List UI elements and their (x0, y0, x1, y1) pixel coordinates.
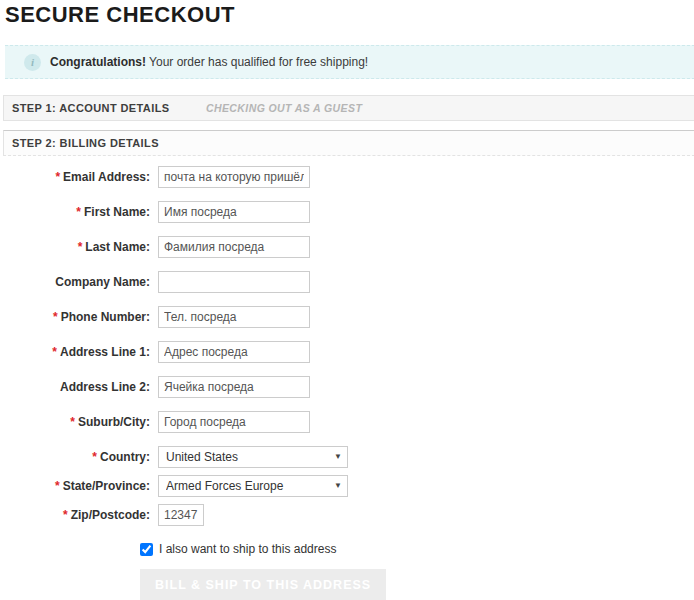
last-name-label: *Last Name: (0, 240, 158, 254)
zip-postcode-row: *Zip/Postcode: (0, 504, 694, 526)
first-name-row: *First Name: (0, 201, 694, 223)
country-label: *Country: (0, 450, 158, 464)
required-asterisk: * (55, 170, 63, 184)
country-select-wrap: United States ▼ (158, 446, 348, 468)
ship-to-address-row: I also want to ship to this address (140, 542, 694, 556)
email-address-input[interactable] (158, 166, 310, 188)
state-province-row: *State/Province: Armed Forces Europe ▼ (0, 475, 694, 497)
phone-number-row: *Phone Number: (0, 306, 694, 328)
email-address-row: *Email Address: (0, 166, 694, 188)
address-line-2-row: Address Line 2: (0, 376, 694, 398)
address-line-1-row: *Address Line 1: (0, 341, 694, 363)
first-name-label: *First Name: (0, 205, 158, 219)
required-asterisk: * (92, 450, 100, 464)
company-name-row: Company Name: (0, 271, 694, 293)
required-asterisk: * (63, 508, 71, 522)
ship-to-address-label: I also want to ship to this address (159, 542, 336, 556)
address-line-1-input[interactable] (158, 341, 310, 363)
company-name-label: Company Name: (0, 275, 158, 289)
step1-label: STEP 1: ACCOUNT DETAILS (12, 102, 170, 114)
required-asterisk: * (76, 205, 84, 219)
state-province-label: *State/Province: (0, 479, 158, 493)
state-province-select[interactable]: Armed Forces Europe (158, 475, 348, 497)
suburb-city-label: *Suburb/City: (0, 415, 158, 429)
country-row: *Country: United States ▼ (0, 446, 694, 468)
ship-to-address-checkbox[interactable] (140, 543, 153, 556)
address-line-2-input[interactable] (158, 376, 310, 398)
last-name-row: *Last Name: (0, 236, 694, 258)
required-asterisk: * (52, 345, 60, 359)
suburb-city-input[interactable] (158, 411, 310, 433)
banner-message: Your order has qualified for free shippi… (146, 55, 368, 69)
first-name-input[interactable] (158, 201, 310, 223)
guest-status: CHECKING OUT AS A GUEST (206, 102, 362, 114)
banner-text: Congratulations! Your order has qualifie… (50, 55, 368, 69)
last-name-input[interactable] (158, 236, 310, 258)
step2-header: STEP 2: BILLING DETAILS (3, 130, 694, 156)
billing-form: *Email Address: *First Name: *Last Name:… (0, 166, 694, 600)
company-name-input[interactable] (158, 271, 310, 293)
phone-number-label: *Phone Number: (0, 310, 158, 324)
required-asterisk: * (70, 415, 78, 429)
step1-header: STEP 1: ACCOUNT DETAILS CHECKING OUT AS … (3, 95, 694, 121)
banner-highlight: Congratulations! (50, 55, 146, 69)
page-title: SECURE CHECKOUT (0, 0, 694, 28)
required-asterisk: * (53, 310, 61, 324)
zip-postcode-label: *Zip/Postcode: (0, 508, 158, 522)
country-select[interactable]: United States (158, 446, 348, 468)
email-address-label: *Email Address: (0, 170, 158, 184)
suburb-city-row: *Suburb/City: (0, 411, 694, 433)
free-shipping-banner: i Congratulations! Your order has qualif… (5, 45, 694, 79)
required-asterisk: * (55, 479, 63, 493)
bill-ship-button[interactable]: BILL & SHIP TO THIS ADDRESS (140, 569, 386, 600)
info-icon: i (24, 54, 41, 71)
step2-label: STEP 2: BILLING DETAILS (12, 137, 159, 149)
address-line-2-label: Address Line 2: (0, 380, 158, 394)
checkout-page: SECURE CHECKOUT i Congratulations! Your … (0, 0, 694, 600)
zip-postcode-input[interactable] (158, 504, 204, 526)
state-province-select-wrap: Armed Forces Europe ▼ (158, 475, 348, 497)
phone-number-input[interactable] (158, 306, 310, 328)
address-line-1-label: *Address Line 1: (0, 345, 158, 359)
